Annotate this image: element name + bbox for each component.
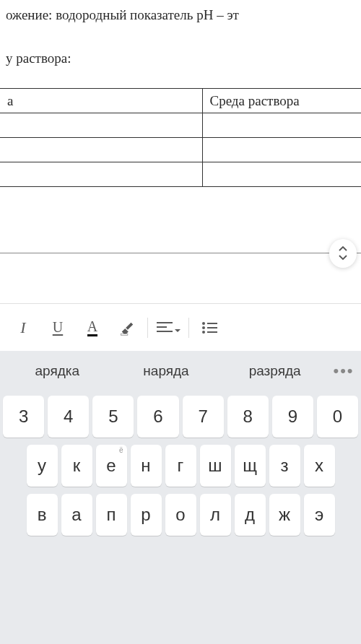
- key-9[interactable]: 9: [272, 396, 313, 438]
- chevron-down-icon: [339, 255, 347, 261]
- align-left-icon: [157, 321, 173, 334]
- key-г[interactable]: г: [165, 445, 196, 487]
- key-п[interactable]: п: [96, 494, 127, 536]
- key-row: укеёнгшщзх: [3, 445, 358, 487]
- format-toolbar: I U A: [0, 303, 361, 351]
- key-у[interactable]: у: [27, 445, 58, 487]
- table-cell[interactable]: [202, 113, 361, 138]
- key-5[interactable]: 5: [92, 396, 134, 438]
- table-row: [0, 138, 361, 162]
- key-о[interactable]: о: [165, 494, 196, 536]
- key-н[interactable]: н: [131, 445, 162, 487]
- document-area[interactable]: ожение: водородный показатель рН – эт у …: [0, 0, 361, 285]
- align-button[interactable]: [151, 310, 186, 345]
- highlight-button[interactable]: [110, 310, 144, 345]
- key-в[interactable]: в: [27, 494, 58, 536]
- separator: [188, 318, 189, 338]
- table-header-a[interactable]: а: [0, 89, 202, 113]
- table-cell[interactable]: [202, 162, 361, 187]
- horizontal-rule: [0, 253, 361, 253]
- underline-icon: U: [53, 319, 63, 336]
- key-7[interactable]: 7: [183, 396, 224, 438]
- chevron-down-icon: [175, 329, 180, 333]
- document-heading[interactable]: ожение: водородный показатель рН – эт: [0, 7, 361, 23]
- key-hint: ё: [119, 446, 123, 454]
- key-row: 34567890: [3, 396, 358, 438]
- key-з[interactable]: з: [269, 445, 300, 487]
- table-row: [0, 162, 361, 187]
- key-к[interactable]: к: [61, 445, 92, 487]
- stepper-control[interactable]: [329, 239, 357, 268]
- separator: [147, 318, 148, 338]
- italic-icon: I: [20, 318, 25, 337]
- table-row: [0, 113, 361, 138]
- table-cell[interactable]: [0, 113, 202, 138]
- underline-button[interactable]: U: [40, 310, 75, 345]
- table-cell[interactable]: [0, 162, 202, 187]
- key-щ[interactable]: щ: [235, 445, 266, 487]
- text-color-button[interactable]: A: [75, 310, 110, 345]
- key-8[interactable]: 8: [227, 396, 269, 438]
- chevron-up-icon: [339, 246, 347, 252]
- key-х[interactable]: х: [304, 445, 335, 487]
- key-4[interactable]: 4: [48, 396, 89, 438]
- suggestion-row: арядка наряда разряда •••: [0, 351, 361, 391]
- key-ж[interactable]: ж: [269, 494, 300, 536]
- table-cell[interactable]: [202, 138, 361, 162]
- table[interactable]: а Среда раствора: [0, 88, 361, 187]
- key-э[interactable]: э: [304, 494, 335, 536]
- highlight-icon: [119, 320, 135, 336]
- suggestion[interactable]: арядка: [3, 363, 112, 379]
- key-а[interactable]: а: [61, 494, 92, 536]
- key-р[interactable]: р: [131, 494, 162, 536]
- key-3[interactable]: 3: [3, 396, 44, 438]
- text-color-icon: A: [87, 319, 97, 336]
- document-subtext[interactable]: у раствора:: [0, 51, 361, 66]
- italic-button[interactable]: I: [6, 310, 40, 345]
- table-header-b[interactable]: Среда раствора: [202, 89, 361, 113]
- key-е[interactable]: её: [96, 445, 127, 487]
- key-row: вапролджэ: [3, 494, 358, 536]
- bullet-list-icon: [201, 321, 217, 334]
- key-д[interactable]: д: [235, 494, 266, 536]
- table-header-row: а Среда раствора: [0, 89, 361, 113]
- svg-point-4: [202, 322, 205, 325]
- more-suggestions[interactable]: •••: [329, 362, 358, 380]
- suggestion[interactable]: разряда: [220, 363, 329, 379]
- bullet-list-button[interactable]: [192, 310, 227, 345]
- suggestion[interactable]: наряда: [112, 363, 221, 379]
- key-л[interactable]: л: [200, 494, 231, 536]
- svg-point-8: [202, 331, 205, 334]
- key-6[interactable]: 6: [137, 396, 178, 438]
- table-cell[interactable]: [0, 138, 202, 162]
- key-ш[interactable]: ш: [200, 445, 231, 487]
- svg-rect-0: [121, 334, 128, 335]
- virtual-keyboard: арядка наряда разряда ••• 34567890 укеён…: [0, 351, 361, 644]
- key-0[interactable]: 0: [317, 396, 358, 438]
- svg-point-6: [202, 326, 205, 329]
